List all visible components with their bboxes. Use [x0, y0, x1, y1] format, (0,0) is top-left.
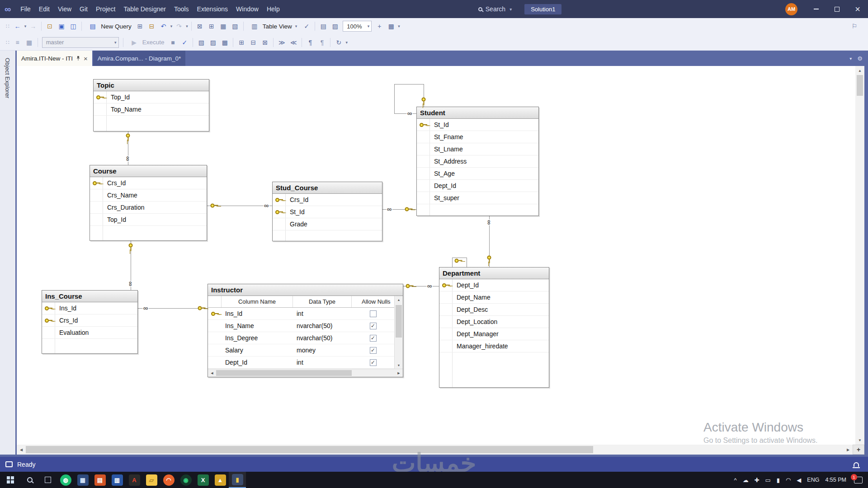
uncomment-icon[interactable]: ¶: [316, 37, 327, 48]
table-grid-icon[interactable]: ▦: [218, 21, 229, 32]
diagram-table-department[interactable]: DepartmentDept_IdDept_NameDept_DescDept_…: [439, 267, 549, 388]
notifications-bell-icon[interactable]: [854, 462, 859, 467]
volume-icon[interactable]: ◀: [797, 477, 801, 483]
dropdown-caret-icon[interactable]: ▾: [170, 24, 173, 28]
arrange-tables-icon[interactable]: ▩: [386, 21, 396, 32]
live-stats-icon[interactable]: ▨: [208, 37, 218, 48]
taskbar-app-file-explorer[interactable]: ▱: [143, 472, 160, 488]
hidden-icons-icon[interactable]: ^: [734, 477, 737, 483]
outdent-icon[interactable]: ≪: [288, 37, 299, 48]
scroll-right-icon[interactable]: ▶: [844, 445, 853, 455]
taskbar-clock[interactable]: 4:55 PM: [825, 477, 846, 483]
taskbar-app-orange[interactable]: ▤: [91, 472, 108, 488]
taskbar-app-darkgreen[interactable]: ◉: [177, 472, 194, 488]
start-button[interactable]: [0, 472, 21, 488]
results-text-icon[interactable]: ⊞: [236, 37, 247, 48]
tab-list-chevron-icon[interactable]: ▾: [849, 56, 852, 61]
diagram-table-instructor[interactable]: InstructorColumn NameData TypeAllow Null…: [208, 284, 403, 377]
taskbar-app-brave[interactable]: ◠: [160, 472, 177, 488]
open-file-icon[interactable]: ⊡: [44, 21, 55, 32]
menu-file[interactable]: File: [16, 0, 35, 18]
refresh-icon[interactable]: ↻: [333, 37, 344, 48]
open-query-icon[interactable]: ⊟: [146, 21, 157, 32]
parse-icon[interactable]: ✓: [179, 37, 190, 48]
results-file-icon[interactable]: ⊠: [259, 37, 270, 48]
maximize-button[interactable]: [826, 0, 847, 18]
diagram-table-course[interactable]: CourseCrs_IdCrs_NameCrs_DurationTop_Id: [90, 165, 207, 241]
object-explorer-tab[interactable]: Object Explorer: [0, 51, 15, 455]
scroll-left-icon[interactable]: ◀: [208, 369, 216, 377]
document-tab-1[interactable]: Amira.ITI-New - ITI×: [17, 51, 92, 66]
close-icon[interactable]: ×: [84, 55, 88, 62]
toolbar-grip[interactable]: ∷: [6, 39, 9, 46]
cancel-query-icon[interactable]: ■: [167, 37, 178, 48]
pan-canvas-button[interactable]: +: [853, 445, 864, 455]
menu-help[interactable]: Help: [263, 0, 284, 18]
comment-icon[interactable]: ¶: [305, 37, 316, 48]
add-table-icon[interactable]: ⊞: [206, 21, 217, 32]
new-query-button[interactable]: ▤New Query: [84, 21, 134, 32]
redo-icon[interactable]: ↷: [174, 21, 184, 32]
page-breaks-icon[interactable]: ▨: [330, 21, 340, 32]
dropdown-caret-icon[interactable]: ▾: [398, 24, 400, 28]
toolbar-grip[interactable]: ∷: [6, 23, 9, 29]
horizontal-scroll-thumb[interactable]: [26, 446, 593, 453]
menu-tools[interactable]: Tools: [170, 0, 193, 18]
language-indicator[interactable]: ENG: [807, 477, 819, 483]
diagram-table-student[interactable]: StudentSt_IdSt_FnameSt_LnameSt_AddressSt…: [416, 107, 539, 216]
manage-indexes-icon[interactable]: ▧: [230, 21, 241, 32]
scroll-left-icon[interactable]: ◀: [17, 445, 26, 455]
minimize-button[interactable]: [806, 0, 826, 18]
menu-edit[interactable]: Edit: [35, 0, 54, 18]
scroll-thumb[interactable]: [396, 305, 402, 338]
scroll-up-icon[interactable]: ▲: [855, 66, 864, 75]
indent-icon[interactable]: ≫: [276, 37, 287, 48]
scroll-thumb[interactable]: [216, 370, 352, 376]
grid-vertical-scrollbar[interactable]: ▲▼: [394, 296, 403, 369]
dropdown-caret-icon[interactable]: ▾: [186, 24, 188, 28]
scroll-right-icon[interactable]: ▶: [395, 369, 403, 377]
allow-nulls-checkbox[interactable]: ✓: [370, 335, 377, 342]
scroll-up-icon[interactable]: ▲: [395, 296, 403, 303]
show-grid-icon[interactable]: ▤: [318, 21, 329, 32]
document-tab-2[interactable]: Amira.Compan... - Diagram_0*: [93, 51, 186, 66]
estimated-plan-icon[interactable]: ▧: [196, 37, 207, 48]
taskbar-app-excel[interactable]: X: [194, 472, 212, 488]
scroll-track[interactable]: [395, 303, 403, 361]
taskbar-app-blue[interactable]: ▥: [108, 472, 126, 488]
taskbar-search-button[interactable]: [21, 472, 39, 488]
dropdown-caret-icon[interactable]: ▾: [24, 24, 27, 28]
display-icon[interactable]: ▭: [765, 477, 771, 483]
dropdown-caret-icon[interactable]: ▾: [345, 40, 348, 45]
menu-table-designer[interactable]: Table Designer: [120, 0, 170, 18]
scroll-down-icon[interactable]: ▼: [395, 361, 403, 369]
undo-icon[interactable]: ↶: [158, 21, 169, 32]
save-all-icon[interactable]: ◫: [68, 21, 79, 32]
taskbar-app-ssms[interactable]: ▮: [229, 472, 246, 488]
allow-nulls-checkbox[interactable]: [370, 310, 377, 317]
check-names-icon[interactable]: ✓: [301, 21, 312, 32]
account-avatar[interactable]: AM: [785, 3, 797, 15]
vertical-scroll-thumb[interactable]: [857, 75, 863, 96]
allow-nulls-checkbox[interactable]: ✓: [370, 347, 377, 354]
diagram-table-stud_course[interactable]: Stud_CourseCrs_IdSt_IdGrade: [272, 182, 382, 241]
network-icon[interactable]: ◠: [786, 477, 791, 483]
allow-nulls-checkbox[interactable]: ✓: [370, 359, 377, 366]
battery-icon[interactable]: ▮: [777, 477, 780, 483]
zoom-dropdown[interactable]: 100%▾: [343, 21, 372, 32]
diagram-table-topic[interactable]: TopicTop_IdTop_Name: [93, 79, 209, 131]
diagram-table-ins_course[interactable]: Ins_CourseIns_IdCrs_IdEvaluation: [42, 290, 138, 354]
taskbar-app-acrobat[interactable]: A: [126, 472, 143, 488]
results-grid-icon[interactable]: ⊟: [248, 37, 259, 48]
execute-button[interactable]: ▶Execute: [126, 37, 167, 48]
query-designer-icon[interactable]: ▦: [24, 37, 35, 48]
search-control[interactable]: Search ▾: [478, 5, 512, 13]
nav-back-icon[interactable]: ←: [12, 21, 23, 32]
menu-view[interactable]: View: [54, 0, 75, 18]
table-view-dropdown[interactable]: ▥Table View▾: [246, 21, 301, 32]
pin-icon[interactable]: [76, 56, 80, 61]
menu-git[interactable]: Git: [75, 0, 92, 18]
taskbar-app-gold[interactable]: ▲: [212, 472, 229, 488]
action-center-icon[interactable]: 1: [854, 477, 863, 483]
canvas-vertical-scrollbar[interactable]: ▲ ▼: [855, 66, 864, 445]
